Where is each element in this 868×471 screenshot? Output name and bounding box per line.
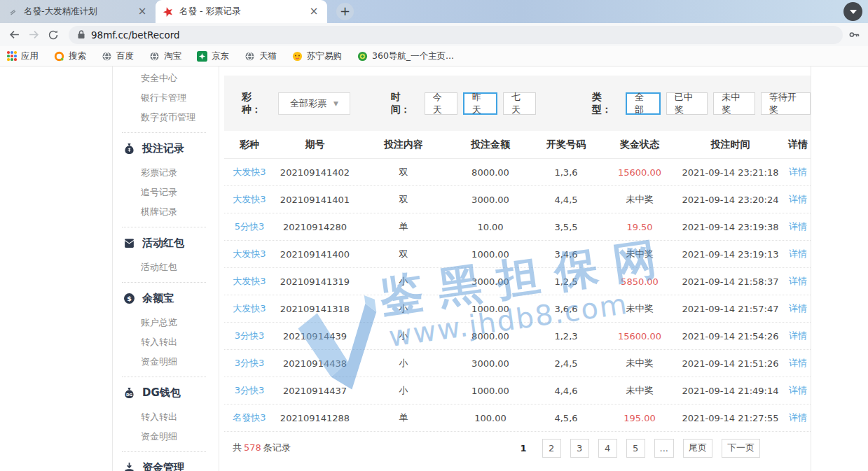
- page-button-3[interactable]: 3: [570, 439, 589, 458]
- table-row: 大发快3202109141402双8000.001,3,615600.00202…: [224, 159, 811, 186]
- detail-link[interactable]: 详情: [785, 384, 811, 397]
- sidebar-item-银行卡管理[interactable]: 银行卡管理: [113, 88, 219, 108]
- draw-numbers: 2,4,5: [529, 358, 603, 369]
- type-filter-button-已中奖[interactable]: 已中奖: [666, 92, 708, 115]
- sidebar-section-DG钱包[interactable]: DGDG钱包: [113, 382, 219, 403]
- new-tab-button[interactable]: +: [336, 3, 354, 20]
- chevron-down-icon: ▼: [333, 100, 338, 107]
- page-button-...[interactable]: ...: [654, 439, 674, 458]
- lion-icon: [292, 51, 303, 62]
- time-filter-button-昨天[interactable]: 昨天: [463, 92, 497, 115]
- time-filter-button-今天[interactable]: 今天: [425, 92, 457, 115]
- close-icon[interactable]: ×: [308, 6, 320, 18]
- detail-link[interactable]: 详情: [785, 302, 811, 315]
- detail-link[interactable]: 详情: [785, 330, 811, 342]
- sidebar-section-投注记录[interactable]: 投注记录: [113, 138, 219, 159]
- sidebar-item-资金明细[interactable]: 资金明细: [113, 427, 219, 447]
- bookmark-item[interactable]: 淘宝: [149, 50, 181, 62]
- globe-icon: [244, 51, 255, 62]
- prize-status: 未中奖: [603, 193, 676, 206]
- table-row: 大发快3202109141401双3000.004,4,5未中奖2021-09-…: [224, 186, 811, 213]
- sidebar-item-彩票记录[interactable]: 彩票记录: [113, 163, 219, 183]
- lottery-filter-label: 彩种：: [242, 91, 270, 116]
- apps-grid-icon: [7, 51, 17, 61]
- prize-status: 15600.00: [603, 167, 676, 178]
- nav360-icon: [357, 51, 368, 62]
- sidebar-item-棋牌记录[interactable]: 棋牌记录: [113, 202, 219, 222]
- forward-icon[interactable]: [25, 27, 42, 43]
- bookmark-item[interactable]: 360导航_一个主页...: [357, 50, 454, 62]
- bookmark-item[interactable]: 百度: [102, 50, 134, 62]
- column-header: 奖金状态: [603, 139, 676, 151]
- address-bar[interactable]: 98mf.cc/betRecord: [69, 26, 843, 44]
- sidebar-item-数字货币管理[interactable]: 数字货币管理: [113, 108, 219, 127]
- page-button-下一页[interactable]: 下一页: [722, 439, 760, 458]
- sidebar: 安全中心银行卡管理数字货币管理投注记录彩票记录追号记录棋牌记录活动红包活动红包$…: [112, 66, 219, 471]
- bet-content: 双: [355, 248, 452, 260]
- type-filter-button-全部[interactable]: 全部: [626, 92, 661, 115]
- back-icon[interactable]: [6, 27, 22, 43]
- type-filter-button-未中奖[interactable]: 未中奖: [713, 92, 755, 115]
- column-header: 开奖号码: [529, 139, 603, 151]
- lottery-name: 3分快3: [224, 357, 275, 370]
- tab-bet-record[interactable]: 名發 - 彩票记录 ×: [156, 0, 327, 23]
- page-button-2[interactable]: 2: [542, 439, 561, 458]
- jd-icon: [197, 51, 207, 62]
- sidebar-item-账户总览[interactable]: 账户总览: [113, 313, 219, 332]
- page-current: 1: [514, 439, 533, 458]
- tab-precise-plan[interactable]: 名發-大发精准计划 ×: [0, 0, 156, 23]
- sidebar-item-转入转出[interactable]: 转入转出: [113, 407, 219, 427]
- sidebar-section-label: 活动红包: [142, 237, 184, 250]
- sidebar-divider: [122, 377, 206, 377]
- sidebar-section-label: 资金管理: [142, 461, 184, 471]
- bookmark-label: 360导航_一个主页...: [372, 50, 454, 62]
- table-row: 3分快320210914439小8000.001,2,315600.002021…: [224, 323, 811, 350]
- sidebar-item-追号记录[interactable]: 追号记录: [113, 183, 219, 202]
- page-button-4[interactable]: 4: [598, 439, 617, 458]
- sidebar-item-活动红包[interactable]: 活动红包: [113, 258, 219, 277]
- lottery-select[interactable]: 全部彩票 ▼: [278, 92, 350, 115]
- issue-number: 202109141288: [275, 413, 355, 423]
- time-filter-button-七天[interactable]: 七天: [503, 92, 536, 115]
- page-button-尾页[interactable]: 尾页: [683, 439, 712, 458]
- issue-number: 202109141401: [275, 195, 355, 205]
- detail-link[interactable]: 详情: [785, 193, 811, 206]
- draw-numbers: 3,4,6: [529, 249, 603, 260]
- detail-link[interactable]: 详情: [785, 166, 811, 178]
- bookmark-label: 搜索: [69, 50, 86, 62]
- sidebar-section-活动红包[interactable]: 活动红包: [113, 232, 219, 253]
- sidebar-item-转入转出[interactable]: 转入转出: [113, 332, 219, 352]
- detail-link[interactable]: 详情: [785, 248, 811, 260]
- bet-amount: 1000.00: [452, 249, 529, 260]
- sidebar-item-资金明细[interactable]: 资金明细: [113, 352, 219, 372]
- lottery-name: 大发快3: [224, 166, 275, 178]
- detail-link[interactable]: 详情: [785, 412, 811, 424]
- close-icon[interactable]: ×: [136, 6, 149, 18]
- url-text: 98mf.cc/betRecord: [91, 29, 180, 41]
- detail-link[interactable]: 详情: [785, 357, 811, 370]
- detail-link[interactable]: 详情: [785, 220, 811, 233]
- detail-link[interactable]: 详情: [785, 275, 811, 288]
- sidebar-item-安全中心[interactable]: 安全中心: [113, 69, 219, 88]
- bookmark-item[interactable]: 搜索: [54, 50, 86, 62]
- reload-icon[interactable]: [45, 27, 62, 43]
- bookmark-item[interactable]: 京东: [197, 50, 229, 62]
- bet-time: 2021-09-14 21:51:26: [676, 358, 785, 369]
- bookmark-item[interactable]: 苏宁易购: [292, 50, 342, 62]
- bookmark-item[interactable]: 应用: [7, 50, 39, 62]
- page-button-5[interactable]: 5: [626, 439, 645, 458]
- bookmark-label: 应用: [21, 50, 39, 62]
- table-row: 名發快3202109141288单100.004,5,6195.002021-0…: [224, 405, 811, 432]
- bet-content: 单: [355, 220, 452, 233]
- key-icon[interactable]: [846, 27, 862, 43]
- lottery-name: 名發快3: [224, 412, 275, 424]
- lock-icon: [77, 30, 85, 39]
- bookmark-item[interactable]: 天猫: [244, 50, 277, 62]
- sidebar-section-余额宝[interactable]: $余额宝: [113, 288, 219, 309]
- type-filter-button-等待开奖[interactable]: 等待开奖: [761, 92, 811, 115]
- draw-numbers: 4,4,6: [529, 386, 603, 396]
- prize-status: 19.50: [603, 222, 676, 232]
- bet-time: 2021-09-14 21:57:47: [676, 304, 785, 314]
- profile-chevron-button[interactable]: [843, 2, 862, 21]
- sidebar-section-资金管理[interactable]: 资金管理: [113, 457, 219, 471]
